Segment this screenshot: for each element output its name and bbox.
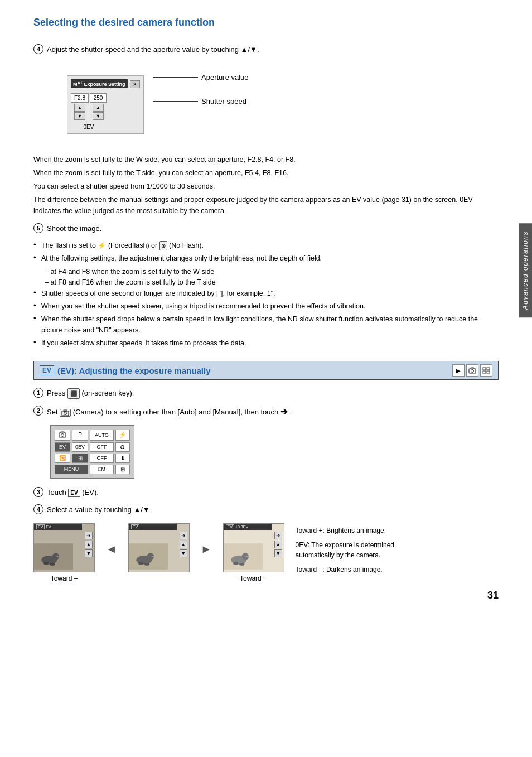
ev-icon-cell: EV	[55, 442, 70, 452]
svg-point-8	[64, 412, 67, 415]
ev-plus-nav-btn[interactable]: ➔	[274, 532, 282, 539]
info-block: When the zoom is set fully to the W side…	[33, 154, 499, 216]
ev-0-cell[interactable]: 0EV	[72, 442, 88, 452]
svg-point-24	[144, 563, 149, 566]
ev-descriptions: Toward +: Brightens an image. 0EV: The e…	[296, 525, 418, 575]
svg-rect-6	[487, 371, 490, 373]
grid3-cell[interactable]: ⊞	[115, 465, 130, 474]
bullet-5-text: When the shutter speed drops below a cer…	[41, 314, 499, 336]
bullet-4-text: When you set the shutter speed slower, u…	[41, 301, 365, 312]
flip-cell[interactable]: 🔁	[55, 454, 70, 463]
section2-icons: ▶	[452, 364, 492, 377]
ev-down-btn[interactable]: ▼	[85, 549, 93, 557]
svg-rect-9	[64, 410, 67, 412]
ev-desc-1: Toward +: Brightens an image.	[296, 525, 418, 536]
ev-minus-nav-btn[interactable]: ➔	[85, 532, 93, 539]
ev-panels-row: EV EV ➔ ▲ ▼ Towa	[33, 523, 499, 582]
bullet-4: • When you set the shutter speed slower,…	[33, 301, 499, 312]
page-title: Selecting the desired camera function	[33, 17, 499, 28]
step-5: 5 Shoot the image.	[33, 223, 499, 234]
aperture-down-btn[interactable]: ▼	[74, 112, 85, 120]
ev-plus-ev-text: +0.3EV	[235, 525, 248, 529]
flash-cell[interactable]: ⚡	[115, 430, 130, 441]
ev-title-text: EV	[46, 525, 51, 529]
aperture-up-btn[interactable]: ▲	[74, 104, 85, 112]
shutter-up-btn[interactable]: ▲	[93, 104, 104, 112]
step2-1-circle: 1	[33, 388, 43, 398]
svg-point-30	[239, 563, 244, 566]
left-arrow-icon[interactable]: ◄	[106, 543, 117, 556]
section2-header: EV (EV): Adjusting the exposure manually…	[33, 361, 499, 380]
camera-mode-icon	[466, 364, 478, 377]
settings-row-4: MENU □M ⊞	[55, 465, 130, 474]
off-2-cell[interactable]: OFF	[90, 454, 114, 463]
settings-row-2: EV 0EV OFF ♻	[55, 442, 130, 452]
ev-section-icon: EV	[40, 365, 54, 375]
step-5-text: Shoot the image.	[47, 223, 101, 234]
settings-table: P AUTO ⚡ EV 0EV OFF ♻ 🔁 ⊞ OFF ⬇ MEN	[53, 428, 132, 476]
ev-desc-2: 0EV: The exposure is determined automati…	[296, 540, 418, 560]
no-flash-icon: ⊗	[159, 241, 167, 251]
cam-close-btn[interactable]: ✕	[130, 80, 140, 88]
shutter-label: Shutter speed	[201, 97, 246, 105]
ev-panel-minus: EV EV ➔ ▲ ▼	[33, 523, 95, 572]
ev-mid-nav-btn[interactable]: ➔	[180, 532, 187, 539]
bullet-3-text: Shutter speeds of one second or longer a…	[41, 288, 275, 299]
mode-p-cell[interactable]: P	[72, 430, 88, 441]
ev-mid-down-btn[interactable]: ▼	[180, 549, 187, 557]
ev-mid-controls: ➔ ▲ ▼	[178, 524, 189, 572]
ev-mid-up-btn[interactable]: ▲	[180, 541, 187, 548]
bullet-1: • The flash is set to ⚡ (Forcedflash) or…	[33, 240, 499, 251]
step2-3: 3 Touch EV (EV).	[33, 487, 499, 498]
info-line-1: When the zoom is set fully to the W side…	[33, 154, 499, 165]
menu-cell[interactable]: MENU	[55, 465, 88, 474]
step-4-circle: 4	[33, 44, 43, 54]
auto-cell[interactable]: AUTO	[90, 430, 114, 441]
recycle-cell[interactable]: ♻	[115, 442, 130, 452]
grid2-cell[interactable]: ⊞	[72, 454, 88, 463]
ev-minus-controls: ➔ ▲ ▼	[83, 524, 94, 572]
next-arrow-icon: ➔	[280, 407, 288, 416]
play-icon: ▶	[452, 364, 465, 377]
step2-2-circle: 2	[33, 406, 43, 416]
ev-plus-down-btn[interactable]: ▼	[274, 549, 282, 557]
step-4-text: Adjust the shutter speed and the apertur…	[47, 44, 259, 55]
left-arrow-nav: ◄	[106, 543, 117, 556]
info-line-2: When the zoom is set fully to the T side…	[33, 167, 499, 179]
ev-panel-mid-wrap: EV ➔ ▲ ▼	[128, 523, 190, 582]
ev-panel-minus-title: EV EV	[34, 524, 82, 530]
ev-label-small-plus: EV	[226, 524, 234, 529]
svg-point-18	[50, 563, 55, 566]
bullet-2: • At the following settings, the adjustm…	[33, 253, 499, 264]
cam-icon-cell	[55, 430, 70, 441]
camera-ui-exposure: MET Exposure Setting ✕ F2.8 ▲ ▼	[67, 75, 144, 134]
camera-settings-ui: P AUTO ⚡ EV 0EV OFF ♻ 🔁 ⊞ OFF ⬇ MEN	[50, 425, 499, 480]
bird-image-mid	[129, 541, 168, 572]
info-line-3: You can select a shutter speed from 1/10…	[33, 181, 499, 192]
toward-plus-label: Toward +	[240, 575, 267, 582]
svg-point-1	[471, 370, 474, 373]
ev-panel-plus-wrap: EV +0.3EV ➔ ▲ ▼ Toward +	[223, 523, 284, 582]
bullet-1-text: The flash is set to ⚡ (Forcedflash) or ⊗…	[41, 240, 204, 251]
step2-3-text: Touch EV (EV).	[47, 487, 99, 498]
off-1-cell[interactable]: OFF	[90, 442, 114, 452]
right-arrow-icon[interactable]: ►	[201, 543, 212, 556]
step2-2: 2 Set (Camera) to a setting other than […	[33, 406, 499, 418]
ev-panel-plus: EV +0.3EV ➔ ▲ ▼	[223, 523, 284, 572]
down-cell[interactable]: ⬇	[115, 454, 130, 463]
ev-up-btn[interactable]: ▲	[85, 541, 93, 548]
ev-label-small-mid: EV	[131, 524, 139, 529]
ev-panel-mid-title: EV	[129, 524, 177, 530]
ev-plus-controls: ➔ ▲ ▼	[273, 524, 284, 572]
bird-image-minus	[34, 541, 73, 572]
annotation-aperture: Aperture value Shutter speed	[153, 73, 249, 105]
dm-cell[interactable]: □M	[90, 465, 114, 474]
step2-4: 4 Select a value by touching ▲/▼.	[33, 504, 499, 515]
grid-icon	[480, 364, 492, 377]
svg-rect-2	[471, 368, 474, 369]
ev-plus-up-btn[interactable]: ▲	[274, 541, 282, 548]
ev-label-small: EV	[36, 524, 45, 529]
shutter-down-btn[interactable]: ▼	[93, 112, 104, 120]
ev-panel-plus-title: EV +0.3EV	[224, 524, 272, 530]
bullet-2-text: At the following settings, the adjustmen…	[41, 253, 322, 264]
